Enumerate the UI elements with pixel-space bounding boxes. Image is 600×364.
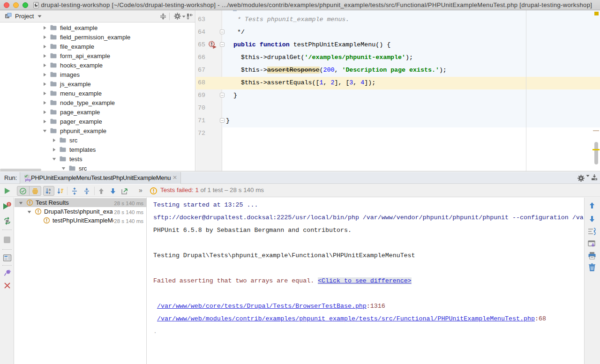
svg-text:php: php bbox=[25, 178, 31, 182]
svg-text:z: z bbox=[49, 191, 51, 194]
svg-text:a: a bbox=[49, 188, 51, 191]
